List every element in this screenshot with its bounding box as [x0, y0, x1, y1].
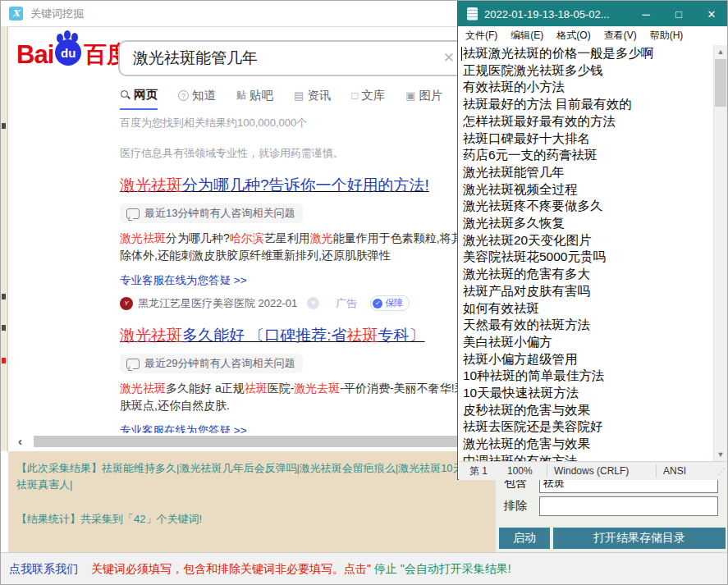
tab-image[interactable]: ▣图片: [405, 87, 442, 110]
status-line: 第 1: [459, 464, 501, 478]
notepad-file-icon: [467, 7, 478, 21]
tab-label: 资讯: [307, 88, 331, 103]
highlighted-text: 祛斑: [245, 382, 268, 395]
highlighted-text: 哈尔滨: [230, 231, 264, 245]
keyword-line: 祛斑激光祛斑的价格一般是多少啊: [459, 45, 713, 62]
search-result: 激光祛斑多久能好 〔口碑推荐:省祛斑专科〕最近29分钟前有人咨询相关问题激光祛斑…: [120, 325, 457, 433]
chat-bubble-icon: [126, 359, 140, 369]
footer-hint-text: "会自动打开采集结果!: [401, 562, 511, 575]
start-button[interactable]: 启动: [499, 528, 550, 549]
keyword-line: 祛斑口碑最好十大排名: [459, 130, 713, 148]
contact-us-link[interactable]: 点我联系我们: [9, 562, 78, 577]
highlighted-text: 激光祛斑: [120, 382, 166, 395]
title-text: 多久能好 〔口碑推荐:省: [182, 327, 347, 344]
keyword-line: 10种祛斑的简单最佳方法: [459, 368, 713, 385]
edge-fragment: [2, 123, 6, 129]
ad-label: 广告: [336, 296, 357, 311]
tab-zhidao[interactable]: ?知道: [178, 87, 216, 110]
footer-hint-text: 关键词必须填写，包含和排除关键词非必要填写。: [91, 562, 344, 575]
menu-item[interactable]: 文件(F): [459, 29, 504, 43]
status-zoom: 100%: [501, 464, 547, 478]
edge-fragment: [2, 325, 6, 331]
title-text: 祛斑: [347, 327, 378, 344]
result-snippet: 激光祛斑分为哪几种?哈尔滨艺星利用激光能量作用于色素颗粒,将其气化排: [120, 230, 457, 247]
resize-grip-icon[interactable]: ⋰: [717, 467, 728, 476]
footer-hint-text: 点击": [344, 562, 374, 575]
service-link[interactable]: 专业客服在线为您答疑 >>: [120, 273, 457, 288]
notepad-title: 2022-01-19-13-18-05-02...: [484, 8, 630, 21]
scroll-left-icon[interactable]: ‹: [18, 434, 22, 448]
bubble-text: 最近29分钟前有人咨询相关问题: [144, 356, 295, 371]
menu-item[interactable]: 格式(O): [550, 29, 597, 43]
dropdown-icon[interactable]: ▼: [307, 297, 319, 309]
notepad-statusbar: 第 1 100% Windows (CRLF) ANSI ⋰: [459, 461, 728, 480]
baidu-tabs: 网页?知道贴贴吧▤资讯□文库▣图片▶视频: [120, 87, 457, 110]
notepad-menubar: 文件(F)编辑(E)格式(O)查看(V)帮助(H): [459, 26, 728, 46]
highlighted-text: 激光祛斑: [120, 231, 166, 245]
keyword-line: 祛斑去医院还是美容院好: [459, 418, 713, 436]
scroll-down-icon[interactable]: ▼: [714, 448, 727, 461]
title-text: 激光祛斑: [120, 176, 182, 194]
search-results: 百度为您找到相关结果约100,000,000个 医疗信息具有强领域专业性，就诊用…: [120, 116, 457, 433]
news-icon: ▤: [294, 89, 304, 102]
chat-bubble-icon: [126, 208, 140, 219]
document-icon: □: [351, 89, 358, 102]
tab-web[interactable]: 网页: [120, 87, 158, 110]
open-result-directory-button[interactable]: 打开结果存储目录: [553, 528, 726, 549]
scroll-up-icon[interactable]: ▲: [714, 45, 727, 58]
keyword-line: 美容院祛斑花5000元贵吗: [459, 249, 713, 266]
result-title-link[interactable]: 激光祛斑分为哪几种?告诉你一个好用的方法!: [120, 175, 457, 196]
notepad-scrollbar-thumb[interactable]: [715, 59, 726, 107]
notepad-titlebar[interactable]: 2022-01-19-13-18-05-02... ─ □ ✕: [458, 2, 728, 26]
tab-label: 图片: [419, 88, 442, 103]
badge-label: 保障: [385, 297, 403, 309]
tab-label: 贴吧: [250, 88, 273, 103]
tab-news[interactable]: ▤资讯: [294, 87, 331, 110]
source-name: 黑龙江艺星医疗美容医院 2022-01: [138, 296, 297, 311]
menu-item[interactable]: 编辑(E): [504, 29, 550, 43]
status-eol: Windows (CRLF): [547, 464, 656, 478]
left-edge-strip: [1, 26, 8, 451]
result-title-link[interactable]: 激光祛斑多久能好 〔口碑推荐:省祛斑专科〕: [120, 325, 457, 346]
clear-search-icon[interactable]: ✕: [443, 49, 455, 66]
result-source-row: Y黑龙江艺星医疗美容医院 2022-01▼广告✓保障: [120, 295, 457, 311]
close-icon[interactable]: ✕: [695, 2, 728, 26]
menu-item[interactable]: 帮助(H): [643, 29, 690, 43]
baidu-logo-bai: Bai: [16, 40, 53, 70]
app-title: 关键词挖掘: [30, 7, 84, 21]
minimize-icon[interactable]: ─: [630, 2, 662, 26]
medical-notice: 医疗信息具有强领域专业性，就诊用药需谨慎。: [120, 146, 457, 161]
tieba-icon: 贴: [236, 89, 246, 103]
keyword-line: 正规医院激光祛斑多少钱: [459, 62, 713, 80]
maximize-icon[interactable]: □: [662, 2, 695, 26]
service-link[interactable]: 专业客服在线为您答疑 >>: [120, 423, 457, 433]
notepad-scrollbar[interactable]: ▲ ▼: [713, 45, 727, 461]
search-input[interactable]: [131, 48, 405, 68]
collection-stats-line: 【结果统计】共采集到「42」个关键词!: [16, 511, 496, 528]
keyword-line: 激光祛斑的危害与效果: [459, 436, 713, 453]
plain-text: 能量作用于色素颗粒,将其气化排: [333, 231, 457, 245]
baidu-logo-du: du: [61, 46, 76, 60]
footer-hint: 关键词必须填写，包含和排除关键词非必要填写。点击" 停止 "会自动打开采集结果!: [91, 562, 511, 577]
plain-text: 多久能好 a正规: [166, 382, 245, 395]
plain-text: 医院-: [268, 382, 295, 395]
baidu-paw-icon: du: [55, 39, 81, 66]
notepad-text-area[interactable]: 祛斑激光祛斑的价格一般是多少啊正规医院激光祛斑多少钱有效祛斑的小方法祛斑最好的方…: [459, 45, 713, 461]
collection-result-line1: 【此次采集结果】祛斑能维持多久|激光祛斑几年后会反弹吗|激光祛斑会留疤痕么|激光…: [16, 460, 496, 477]
question-icon: ?: [178, 90, 189, 101]
title-text: 专科〕: [378, 327, 425, 344]
exclude-input[interactable]: [539, 496, 718, 516]
keyword-line: 美白祛斑小偏方: [459, 334, 713, 351]
keyword-line: 10天最快速祛斑方法: [459, 385, 713, 402]
edge-fragment: [2, 294, 6, 299]
tab-wenku[interactable]: □文库: [351, 87, 385, 110]
tab-label: 文库: [361, 88, 385, 103]
tab-tieba[interactable]: 贴贴吧: [236, 87, 273, 110]
status-encoding: ANSI: [657, 464, 693, 478]
title-text: 激光祛斑: [120, 327, 182, 344]
keyword-line: 中调祛斑的有效方法: [459, 453, 713, 461]
menu-item[interactable]: 查看(V): [598, 29, 643, 43]
result-snippet: 除体外,还能刺激皮肤胶原纤维重新排列,还原肌肤弹性: [120, 247, 457, 264]
app-logo-icon: X: [9, 7, 23, 21]
edge-fragment: [2, 358, 6, 363]
